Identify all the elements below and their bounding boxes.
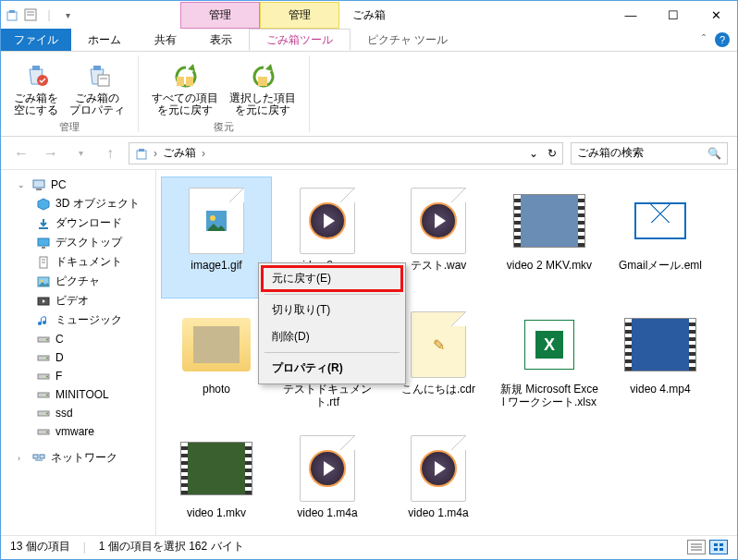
file-item[interactable]: video 1.mkv xyxy=(162,425,271,535)
context-tab-picture[interactable]: 管理 xyxy=(260,2,339,29)
restore-selected-button[interactable]: 選択した項目 を元に戻す xyxy=(224,55,301,120)
file-item[interactable]: photo xyxy=(162,301,271,421)
tree-item-icon xyxy=(36,350,51,365)
file-item[interactable]: video 1.m4a xyxy=(384,425,493,535)
svg-point-37 xyxy=(46,432,48,433)
tab-view[interactable]: 表示 xyxy=(193,29,249,51)
file-item[interactable]: X新規 Microsoft Excel ワークシート.xlsx xyxy=(495,301,604,421)
tree-item-icon xyxy=(36,255,51,270)
tree-item-icon xyxy=(36,387,51,402)
file-tab[interactable]: ファイル xyxy=(1,29,71,51)
svg-point-29 xyxy=(46,358,48,359)
address-bar[interactable]: › ごみ箱 › ⌄ ↻ xyxy=(129,142,563,164)
breadcrumb-separator[interactable]: › xyxy=(154,147,157,160)
up-button[interactable]: ↑ xyxy=(99,142,121,164)
minimize-button[interactable]: — xyxy=(609,1,652,29)
tab-share[interactable]: 共有 xyxy=(138,29,193,51)
items-view[interactable]: image1.gifvideo 2.mpgテスト.wavvideo 2 MKV.… xyxy=(156,170,737,535)
tree-node[interactable]: ssd xyxy=(5,404,152,422)
expand-icon[interactable]: ⌄ xyxy=(18,180,27,189)
file-item[interactable]: video 2 MKV.mkv xyxy=(495,177,604,298)
tree-node-pc[interactable]: ⌄ PC xyxy=(5,176,152,194)
search-icon[interactable]: 🔍 xyxy=(707,147,721,160)
context-menu: 元に戻す(E) 切り取り(T) 削除(D) プロパティ(R) xyxy=(258,262,406,384)
empty-bin-icon xyxy=(21,59,51,89)
tree-node[interactable]: ピクチャ xyxy=(5,272,152,291)
tree-node[interactable]: vmware xyxy=(5,422,152,441)
quick-access-toolbar: | ▾ xyxy=(1,1,79,29)
qat-dropdown-icon[interactable]: ▾ xyxy=(60,7,75,22)
tab-recycle-tools[interactable]: ごみ箱ツール xyxy=(249,29,351,51)
svg-point-24 xyxy=(41,279,43,282)
restore-all-icon xyxy=(170,59,200,89)
tree-node[interactable]: ミュージック xyxy=(5,310,152,330)
breadcrumb-item[interactable]: ごみ箱 xyxy=(163,145,196,161)
breadcrumb-separator[interactable]: › xyxy=(202,147,205,160)
file-item[interactable]: image1.gif xyxy=(162,177,271,298)
context-menu-restore[interactable]: 元に戻す(E) xyxy=(261,265,403,292)
tree-node[interactable]: 3D オブジェクト xyxy=(5,194,152,213)
file-name: テストドキュメント.rtf xyxy=(274,381,381,410)
refresh-icon[interactable]: ↻ xyxy=(547,147,557,160)
tree-node[interactable]: ダウンロード xyxy=(5,213,152,233)
menu-separator xyxy=(264,352,400,353)
file-item[interactable]: video 4.mp4 xyxy=(606,301,715,421)
tree-item-icon xyxy=(36,332,51,347)
forward-button[interactable]: → xyxy=(40,142,62,164)
details-view-button[interactable] xyxy=(687,540,706,554)
recycle-bin-icon xyxy=(135,147,148,160)
empty-recycle-bin-button[interactable]: ごみ箱を 空にする xyxy=(8,55,64,120)
ribbon-group-manage: ごみ箱を 空にする ごみ箱の プロパティ 管理 xyxy=(1,55,139,132)
file-thumbnail xyxy=(512,185,586,257)
file-name: video 2 MKV.mkv xyxy=(503,257,596,274)
restore-all-button[interactable]: すべての項目 を元に戻す xyxy=(146,55,224,120)
context-menu-cut[interactable]: 切り取り(T) xyxy=(261,297,403,323)
properties-icon[interactable] xyxy=(23,7,38,22)
context-tab-recycle[interactable]: 管理 xyxy=(180,2,260,29)
navigation-bar: ← → ▾ ↑ › ごみ箱 › ⌄ ↻ ごみ箱の検索 🔍 xyxy=(1,137,737,170)
expand-icon[interactable]: › xyxy=(18,454,27,463)
help-icon[interactable]: ? xyxy=(715,32,730,47)
ribbon-collapse-icon[interactable]: ˆ xyxy=(702,33,706,46)
file-name: Gmailメール.eml xyxy=(615,257,706,274)
back-button[interactable]: ← xyxy=(10,142,32,164)
tree-node[interactable]: D xyxy=(5,348,152,367)
address-dropdown-icon[interactable]: ⌄ xyxy=(529,147,538,160)
context-menu-properties[interactable]: プロパティ(R) xyxy=(261,355,403,382)
large-icons-view-button[interactable] xyxy=(709,540,728,554)
svg-rect-51 xyxy=(714,548,718,551)
file-name: image1.gif xyxy=(187,257,245,274)
navigation-tree[interactable]: ⌄ PC 3D オブジェクトダウンロードデスクトップドキュメントピクチャビデオミ… xyxy=(1,170,156,535)
tree-item-icon xyxy=(36,274,51,289)
file-item[interactable]: video 1.m4a xyxy=(273,425,382,535)
recent-locations-icon[interactable]: ▾ xyxy=(69,142,92,164)
svg-rect-5 xyxy=(32,66,40,70)
tab-home[interactable]: ホーム xyxy=(71,29,138,51)
file-thumbnail xyxy=(623,309,697,381)
tab-picture-tools[interactable]: ピクチャ ツール xyxy=(351,29,464,51)
search-placeholder: ごみ箱の検索 xyxy=(577,145,644,161)
svg-rect-50 xyxy=(720,543,723,546)
close-button[interactable]: ✕ xyxy=(695,1,737,29)
file-item[interactable]: Gmailメール.eml xyxy=(606,177,715,298)
status-bar: 13 個の項目 | 1 個の項目を選択 162 バイト xyxy=(1,535,737,557)
tree-node[interactable]: F xyxy=(5,367,152,385)
tree-item-icon xyxy=(36,406,51,420)
status-item-count: 13 個の項目 xyxy=(10,539,70,554)
tree-node[interactable]: ドキュメント xyxy=(5,252,152,272)
context-menu-delete[interactable]: 削除(D) xyxy=(261,323,403,350)
tree-node[interactable]: MINITOOL xyxy=(5,385,152,404)
ribbon-group-restore: すべての項目 を元に戻す 選択した項目 を元に戻す 復元 xyxy=(139,55,310,132)
svg-rect-1 xyxy=(9,10,15,13)
maximize-button[interactable]: ☐ xyxy=(652,1,695,29)
tree-node[interactable]: デスクトップ xyxy=(5,233,152,252)
tree-node[interactable]: ビデオ xyxy=(5,291,152,310)
file-name: video 4.mp4 xyxy=(626,381,694,397)
network-icon xyxy=(31,451,46,466)
svg-rect-18 xyxy=(38,238,49,246)
recycle-bin-properties-button[interactable]: ごみ箱の プロパティ xyxy=(64,55,130,120)
tree-node-network[interactable]: › ネットワーク xyxy=(5,448,152,468)
search-box[interactable]: ごみ箱の検索 🔍 xyxy=(571,142,728,164)
tree-node[interactable]: C xyxy=(5,330,152,348)
svg-rect-19 xyxy=(42,247,45,249)
